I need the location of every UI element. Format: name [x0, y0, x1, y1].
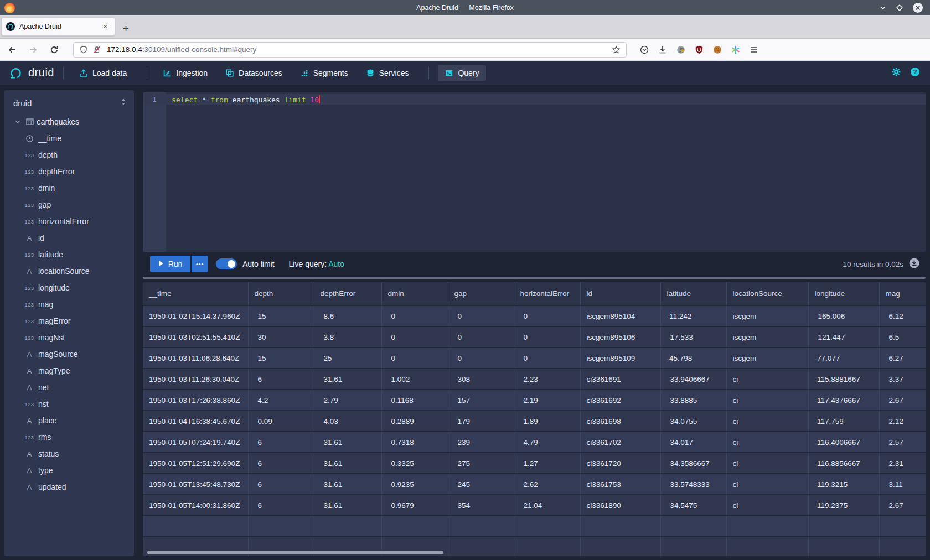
cell[interactable]: 1950-01-05T12:51:29.690Z: [143, 453, 248, 474]
cell[interactable]: 6.12: [879, 305, 926, 326]
cell[interactable]: 15: [248, 305, 314, 326]
nav-item-datasources[interactable]: Datasources: [219, 65, 289, 81]
shield-icon[interactable]: [79, 45, 88, 54]
cell[interactable]: 4.2: [248, 390, 314, 411]
cell[interactable]: 0: [514, 305, 580, 326]
cell[interactable]: 2.67: [879, 390, 926, 411]
nav-item-ingestion[interactable]: Ingestion: [156, 65, 214, 81]
nav-item-load-data[interactable]: Load data: [73, 65, 133, 81]
gear-icon[interactable]: [891, 67, 901, 79]
column-header-latitude[interactable]: latitude: [660, 282, 726, 305]
url-text[interactable]: 172.18.0.4:30109/unified-console.html#qu…: [107, 45, 612, 54]
cell[interactable]: 34.017: [660, 432, 726, 453]
cell[interactable]: 8.6: [314, 305, 381, 326]
cell[interactable]: 0: [448, 326, 514, 348]
nav-item-query[interactable]: Query: [438, 65, 485, 81]
run-more-button[interactable]: •••: [192, 256, 208, 272]
cell[interactable]: 239: [448, 432, 514, 453]
column-header-mag[interactable]: mag: [879, 282, 926, 305]
cell[interactable]: 0.9679: [381, 495, 448, 516]
column-header-horizontalError[interactable]: horizontalError: [514, 282, 580, 305]
cell[interactable]: 0.2889: [381, 411, 448, 432]
cell[interactable]: ci: [726, 474, 808, 495]
cell[interactable]: 0.7318: [381, 432, 448, 453]
cell[interactable]: 6.27: [879, 348, 926, 369]
live-query-label[interactable]: Live query: Auto: [289, 260, 344, 268]
sidebar-column-nst[interactable]: 123nst: [4, 396, 134, 412]
cell[interactable]: 0: [514, 348, 580, 369]
cell[interactable]: 31.61: [314, 453, 381, 474]
sidebar-column-latitude[interactable]: 123latitude: [4, 246, 134, 263]
reload-icon[interactable]: [50, 45, 59, 54]
sidebar-column-horizontalError[interactable]: 123horizontalError: [4, 213, 134, 230]
cell[interactable]: 31.61: [314, 432, 381, 453]
live-query-value[interactable]: Auto: [328, 260, 344, 268]
sidebar-column-type[interactable]: Atype: [4, 462, 134, 479]
cell[interactable]: 33.9406667: [660, 369, 726, 390]
cell[interactable]: iscgem895104: [580, 305, 660, 326]
cell[interactable]: ci: [726, 453, 808, 474]
cell[interactable]: ci: [726, 495, 808, 516]
cell[interactable]: 179: [448, 411, 514, 432]
cell[interactable]: 0.09: [248, 411, 314, 432]
cell[interactable]: ci3361692: [580, 390, 660, 411]
cell[interactable]: 31.61: [314, 474, 381, 495]
cell[interactable]: 1.89: [514, 411, 580, 432]
account-extension-icon[interactable]: [676, 45, 685, 54]
cell[interactable]: 34.5475: [660, 495, 726, 516]
cell[interactable]: 1950-01-05T07:24:19.740Z: [143, 432, 248, 453]
forward-icon[interactable]: [29, 45, 38, 54]
cell[interactable]: iscgem895109: [580, 348, 660, 369]
sql-editor[interactable]: 1 select * from earthquakes limit 10: [143, 92, 926, 252]
cell[interactable]: 0.1168: [381, 390, 448, 411]
download-results-icon[interactable]: [908, 257, 920, 271]
column-header-depthError[interactable]: depthError: [314, 282, 381, 305]
cell[interactable]: 3.8: [314, 326, 381, 348]
cell[interactable]: ci: [726, 432, 808, 453]
cell[interactable]: 245: [448, 474, 514, 495]
window-close-icon[interactable]: [912, 2, 923, 13]
cell[interactable]: 33.5748333: [660, 474, 726, 495]
pinwheel-extension-icon[interactable]: [731, 45, 740, 54]
cell[interactable]: ci3361890: [580, 495, 660, 516]
sidebar-column-updated[interactable]: Aupdated: [4, 479, 134, 495]
cell[interactable]: -77.077: [808, 348, 879, 369]
cell[interactable]: 2.62: [514, 474, 580, 495]
cell[interactable]: 6: [248, 453, 314, 474]
cell[interactable]: iscgem: [726, 326, 808, 348]
cell[interactable]: 354: [448, 495, 514, 516]
cell[interactable]: 30: [248, 326, 314, 348]
cookie-icon[interactable]: [713, 45, 722, 54]
horizontal-scrollbar[interactable]: [147, 551, 443, 554]
cell[interactable]: 17.533: [660, 326, 726, 348]
bookmark-star-icon[interactable]: [612, 45, 621, 54]
cell[interactable]: 0.3325: [381, 453, 448, 474]
column-header-longitude[interactable]: longitude: [808, 282, 879, 305]
sidebar-column-magError[interactable]: 123magError: [4, 313, 134, 329]
cell[interactable]: 3.37: [879, 369, 926, 390]
sidebar-column-id[interactable]: Aid: [4, 230, 134, 246]
sidebar-column-magNst[interactable]: 123magNst: [4, 329, 134, 346]
cell[interactable]: 34.0755: [660, 411, 726, 432]
cell[interactable]: 2.23: [514, 369, 580, 390]
cell[interactable]: 6: [248, 495, 314, 516]
new-tab-button[interactable]: +: [123, 23, 129, 34]
help-icon[interactable]: ?: [910, 67, 920, 79]
chevron-down-icon[interactable]: [12, 118, 23, 126]
sidebar-column-magSource[interactable]: AmagSource: [4, 346, 134, 362]
sidebar-column-longitude[interactable]: 123longitude: [4, 279, 134, 296]
cell[interactable]: 1950-01-03T02:51:55.410Z: [143, 326, 248, 348]
cell[interactable]: 31.61: [314, 495, 381, 516]
sidebar-column-net[interactable]: Anet: [4, 379, 134, 396]
column-header-id[interactable]: id: [580, 282, 660, 305]
cell[interactable]: 6: [248, 432, 314, 453]
cell[interactable]: ci: [726, 411, 808, 432]
cell[interactable]: -116.8856667: [808, 453, 879, 474]
column-header-locationSource[interactable]: locationSource: [726, 282, 808, 305]
sort-icon[interactable]: [120, 98, 127, 108]
cell[interactable]: 0.9235: [381, 474, 448, 495]
column-header-dmin[interactable]: dmin: [381, 282, 448, 305]
column-header-gap[interactable]: gap: [448, 282, 514, 305]
cell[interactable]: 2.31: [879, 453, 926, 474]
cell[interactable]: 0: [381, 326, 448, 348]
